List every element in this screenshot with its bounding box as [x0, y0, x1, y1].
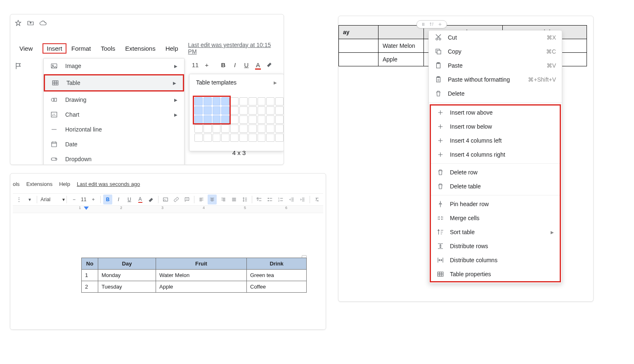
grid-cell[interactable]	[248, 106, 257, 115]
highlight-button[interactable]	[264, 61, 275, 69]
insert-image[interactable]: Image▶	[44, 59, 184, 73]
ctx-distribute-cols[interactable]: Distribute columns	[431, 253, 560, 267]
line-spacing-button[interactable]	[240, 195, 249, 204]
more-tools-icon[interactable]: ⋮	[14, 195, 24, 204]
ctx-delete-table[interactable]: Delete table	[431, 179, 560, 193]
ctx-copy[interactable]: Copy⌘C	[429, 45, 562, 59]
checklist-button[interactable]	[255, 195, 264, 204]
numbered-list-button[interactable]: 12	[276, 195, 285, 204]
bold-button[interactable]: B	[218, 61, 229, 68]
table-templates[interactable]: Table templates▶	[189, 74, 284, 91]
fontsize-value[interactable]: 11	[80, 197, 88, 202]
grid-cell[interactable]	[230, 106, 239, 115]
ctx-distribute-rows[interactable]: Distribute rows	[431, 239, 560, 253]
last-edit-link[interactable]: Last edit was yesterday at 10:15 PM	[188, 42, 274, 55]
insert-date[interactable]: Date	[44, 137, 184, 152]
grid-cell[interactable]	[258, 115, 266, 124]
grid-cell[interactable]	[266, 115, 274, 124]
more-button[interactable]: c	[279, 61, 284, 68]
table-size-grid[interactable]: 4 x 3	[194, 96, 284, 143]
insert-table[interactable]: Table▶	[45, 75, 183, 90]
insert-image-button[interactable]	[161, 195, 170, 204]
menu-view[interactable]: View	[19, 45, 33, 52]
styles-dropdown-icon[interactable]: ▾	[25, 195, 34, 204]
grid-cell[interactable]	[275, 124, 284, 133]
grid-cell[interactable]	[258, 134, 266, 142]
ctx-delete[interactable]: Delete	[429, 87, 562, 101]
doc-td[interactable]: Coffee	[247, 281, 307, 293]
star-icon[interactable]	[14, 19, 22, 27]
doc-table[interactable]: NoDayFruitDrink 1MondayWater MelonGreen …	[81, 258, 307, 293]
grid-cell[interactable]	[248, 115, 257, 124]
ctx-table-properties[interactable]: Table properties	[431, 267, 560, 281]
paint-format-icon[interactable]	[14, 62, 23, 70]
grid-cell[interactable]	[203, 124, 212, 133]
doc-td[interactable]: 1	[82, 270, 98, 281]
italic-button[interactable]: I	[114, 195, 123, 204]
align-justify-button[interactable]	[229, 195, 239, 204]
grid-cell[interactable]	[221, 134, 229, 142]
italic-button[interactable]: I	[229, 61, 241, 68]
grid-cell[interactable]	[213, 134, 221, 142]
doc-td[interactable]: 2	[82, 281, 98, 293]
grid-cell[interactable]	[258, 124, 266, 133]
insert-link-button[interactable]	[172, 195, 181, 204]
align-right-button[interactable]	[218, 195, 227, 204]
grid-cell[interactable]	[275, 115, 284, 124]
ctx-insert-cols-right[interactable]: Insert 4 columns right	[431, 148, 560, 162]
ctx-insert-row-above[interactable]: Insert row above	[431, 106, 560, 120]
grid-cell[interactable]	[221, 124, 229, 133]
grid-cell[interactable]	[248, 134, 257, 142]
grid-cell[interactable]	[258, 106, 266, 115]
menu-format[interactable]: Format	[71, 45, 91, 52]
menu-tools[interactable]: Tools	[101, 45, 115, 52]
fontsize-minus[interactable]: −	[69, 195, 78, 204]
doc-td[interactable]: Green tea	[247, 270, 307, 281]
insert-hline[interactable]: Horizontal line	[44, 122, 184, 137]
doc-th[interactable]: Day	[98, 258, 156, 270]
grid-cell[interactable]	[248, 124, 257, 133]
grid-cell[interactable]	[248, 97, 257, 106]
grid-cell[interactable]	[230, 115, 239, 124]
menu-extensions[interactable]: Extensions	[125, 45, 155, 52]
insert-dropdown[interactable]: Dropdown	[44, 152, 184, 165]
menu-extensions[interactable]: Extensions	[26, 181, 53, 187]
doc-th[interactable]: Drink	[247, 258, 307, 270]
ctx-merge-cells[interactable]: Merge cells	[431, 211, 560, 225]
grid-cell[interactable]	[239, 115, 248, 124]
grid-cell[interactable]	[266, 124, 274, 133]
menu-help[interactable]: Help	[59, 181, 70, 187]
grid-cell[interactable]	[230, 134, 239, 142]
move-to-drive-icon[interactable]	[27, 19, 34, 27]
doc-th[interactable]: No	[82, 258, 98, 270]
fontsize-plus[interactable]: +	[201, 61, 213, 68]
grid-cell[interactable]	[275, 106, 284, 115]
insert-drawing[interactable]: Drawing▶	[44, 92, 184, 107]
align-left-button[interactable]	[197, 195, 206, 204]
ctx-insert-cols-left[interactable]: Insert 4 columns left	[431, 134, 560, 148]
text-color-button[interactable]: A	[252, 61, 264, 68]
highlight-button[interactable]	[147, 195, 156, 204]
grid-cell[interactable]	[213, 124, 221, 133]
decrease-indent-button[interactable]	[287, 195, 296, 204]
insert-chart[interactable]: Chart▶	[44, 107, 184, 122]
ruler[interactable]: 1234567	[13, 206, 323, 213]
fontsize-value[interactable]: 11	[189, 61, 201, 68]
grid-cell[interactable]	[239, 124, 248, 133]
grid-cell[interactable]	[266, 134, 274, 142]
text-color-button[interactable]: A	[135, 195, 144, 204]
bulleted-list-button[interactable]	[265, 195, 274, 204]
ctx-sort-table[interactable]: Sort table▶	[431, 225, 560, 239]
ctx-paste[interactable]: Paste⌘V	[429, 59, 562, 73]
grid-cell[interactable]	[203, 134, 212, 142]
ctx-insert-row-below[interactable]: Insert row below	[431, 120, 560, 134]
clear-formatting-button[interactable]	[312, 195, 322, 204]
bold-button[interactable]: B	[103, 195, 112, 204]
ctx-delete-row[interactable]: Delete row	[431, 165, 560, 179]
menu-help[interactable]: Help	[166, 45, 178, 52]
grid-cell[interactable]	[239, 134, 248, 142]
grid-cell[interactable]	[239, 106, 248, 115]
insert-comment-button[interactable]	[182, 195, 192, 204]
grid-cell[interactable]	[230, 124, 239, 133]
grid-cell[interactable]	[194, 134, 203, 142]
